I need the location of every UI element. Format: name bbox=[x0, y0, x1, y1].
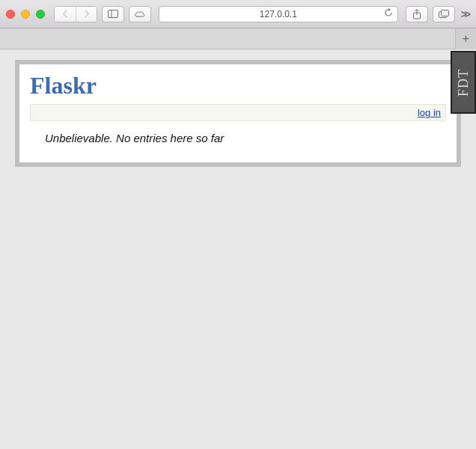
reload-button[interactable] bbox=[384, 8, 393, 19]
app-title: Flaskr bbox=[30, 72, 446, 100]
address-text: 127.0.0.1 bbox=[260, 9, 297, 19]
metanav: log in bbox=[30, 104, 446, 121]
fdt-badge[interactable]: FDT bbox=[451, 51, 476, 114]
forward-button[interactable] bbox=[76, 7, 97, 22]
chevron-left-icon bbox=[62, 10, 69, 18]
window-controls bbox=[6, 10, 45, 19]
zoom-window-button[interactable] bbox=[36, 10, 45, 19]
toolbar-overflow-button[interactable]: >> bbox=[460, 8, 470, 20]
empty-entries-message: Unbelievable. No entries here so far bbox=[45, 132, 446, 144]
tabs-icon bbox=[439, 10, 449, 18]
svg-rect-5 bbox=[441, 10, 448, 16]
sidebar-button[interactable] bbox=[102, 6, 124, 22]
cloud-icon bbox=[134, 10, 146, 18]
icloud-tabs-button[interactable] bbox=[129, 6, 151, 22]
plus-icon: + bbox=[463, 32, 469, 46]
tab-strip: + bbox=[0, 28, 476, 49]
share-icon bbox=[412, 9, 421, 19]
fdt-badge-label: FDT bbox=[456, 68, 472, 96]
page-viewport: Flaskr log in Unbelievable. No entries h… bbox=[0, 49, 476, 449]
sidebar-icon bbox=[108, 10, 118, 18]
login-link[interactable]: log in bbox=[418, 107, 441, 118]
app-container: Flaskr log in Unbelievable. No entries h… bbox=[15, 60, 461, 167]
new-tab-button[interactable]: + bbox=[455, 28, 476, 49]
minimize-window-button[interactable] bbox=[21, 10, 30, 19]
svg-rect-0 bbox=[109, 10, 118, 18]
chevron-right-icon bbox=[83, 10, 90, 18]
show-tabs-button[interactable] bbox=[433, 6, 455, 22]
close-window-button[interactable] bbox=[6, 10, 15, 19]
share-button[interactable] bbox=[406, 6, 428, 22]
address-bar[interactable]: 127.0.0.1 bbox=[159, 6, 398, 22]
browser-toolbar: 127.0.0.1 >> bbox=[0, 0, 476, 28]
nav-back-forward-group bbox=[54, 6, 97, 22]
back-button[interactable] bbox=[55, 7, 76, 22]
reload-icon bbox=[384, 8, 393, 17]
